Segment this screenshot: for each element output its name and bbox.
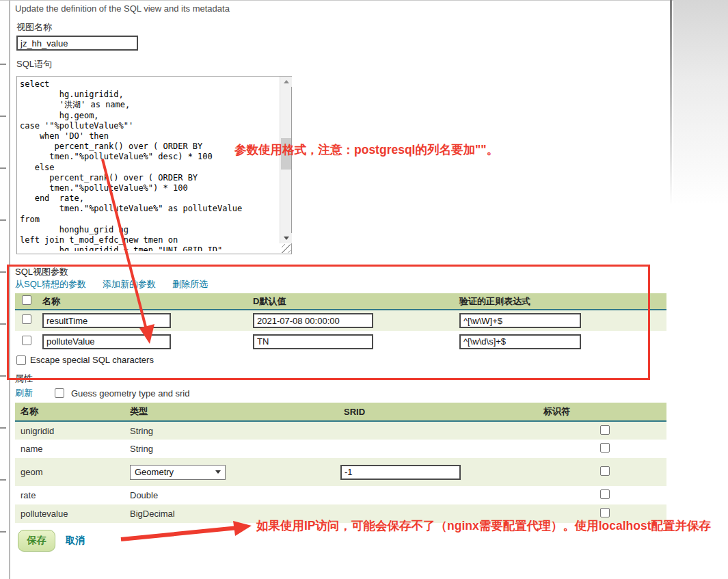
scroll-up-icon[interactable] [280, 77, 292, 87]
identifier-checkbox[interactable] [600, 466, 610, 476]
attributes-table: 名称 类型 SRID 标识符 unigridid String name Str… [15, 403, 666, 523]
param-regex-input[interactable] [459, 334, 581, 349]
attr-name: name [15, 440, 130, 458]
param-row [15, 310, 666, 331]
params-header-name: 名称 [42, 293, 253, 310]
guess-params-link[interactable]: 从SQL猜想的参数 [15, 278, 86, 291]
chevron-down-icon [215, 470, 221, 474]
sql-scrollbar[interactable] [280, 77, 291, 243]
escape-sql-row: Escape special SQL characters [16, 355, 154, 365]
attr-name: unigridid [15, 421, 130, 440]
identifier-checkbox[interactable] [600, 489, 610, 499]
params-section-title: SQL视图参数 [15, 266, 68, 278]
identifier-checkbox[interactable] [600, 425, 610, 435]
annotation-arrow-right [121, 521, 252, 539]
param-name-input[interactable] [42, 334, 171, 349]
sql-statement-textarea[interactable]: select hg.unigridid, '洪湖' as name, hg.ge… [16, 76, 292, 254]
row-checkbox[interactable] [22, 336, 31, 345]
params-header-row: 名称 D默认值 验证的正则表达式 [15, 293, 666, 310]
row-checkbox[interactable] [22, 314, 31, 324]
identifier-checkbox[interactable] [600, 443, 610, 453]
page-top-border [0, 0, 728, 1]
attribute-row: rate Double [15, 486, 666, 504]
attr-name: rate [15, 486, 130, 504]
content-right-edge [670, 0, 672, 219]
view-name-input[interactable] [16, 36, 138, 51]
attr-header-name: 名称 [15, 403, 130, 421]
geom-type-selected: Geometry [135, 467, 174, 477]
select-all-checkbox[interactable] [22, 295, 31, 305]
refresh-link[interactable]: 刷新 [15, 387, 33, 399]
params-header-default: D默认值 [253, 293, 459, 310]
attr-header-identifier: 标识符 [543, 403, 666, 421]
escape-sql-checkbox[interactable] [16, 355, 26, 365]
attr-type: String [130, 421, 328, 440]
params-table: 名称 D默认值 验证的正则表达式 [15, 293, 666, 352]
attr-type: Double [130, 486, 328, 504]
sql-label: SQL语句 [16, 58, 52, 70]
attributes-section-title: 属性 [15, 373, 33, 385]
scrollbar-thumb[interactable] [281, 138, 291, 170]
save-button[interactable]: 保存 [18, 530, 55, 552]
remove-selected-link[interactable]: 删除所选 [172, 278, 208, 291]
attr-name: pollutevalue [15, 504, 130, 523]
attr-type: BigDecimal [130, 504, 328, 523]
sidebar-divider [9, 0, 10, 579]
attribute-row: name String [15, 440, 666, 458]
attribute-row: geom Geometry [15, 458, 666, 486]
param-default-input[interactable] [253, 334, 373, 349]
cancel-link[interactable]: 取消 [66, 535, 85, 547]
param-default-input[interactable] [253, 313, 373, 328]
params-links: 从SQL猜想的参数 添加新的参数 删除所选 [15, 278, 208, 291]
escape-sql-label: Escape special SQL characters [30, 355, 154, 365]
attr-name: geom [15, 458, 130, 486]
scroll-down-icon[interactable] [280, 233, 292, 243]
identifier-checkbox[interactable] [600, 508, 610, 517]
resize-grip-icon[interactable] [282, 244, 291, 253]
sql-code-text: select hg.unigridid, '洪湖' as name, hg.ge… [20, 79, 278, 251]
srid-input[interactable] [340, 465, 461, 480]
add-param-link[interactable]: 添加新的参数 [103, 278, 156, 291]
attributes-header-row: 名称 类型 SRID 标识符 [15, 403, 666, 421]
page-right-gradient [673, 0, 728, 579]
page-subtitle: Update the definition of the SQL view an… [15, 3, 230, 14]
attr-header-srid: SRID [328, 403, 543, 421]
param-regex-input[interactable] [459, 313, 581, 328]
param-row [15, 331, 666, 352]
guess-geometry-label: Guess geometry type and srid [71, 388, 189, 399]
guess-geometry-checkbox[interactable] [55, 388, 64, 398]
param-name-input[interactable] [42, 313, 171, 328]
attributes-controls: 刷新 Guess geometry type and srid [15, 387, 189, 399]
sidebar-tick-marks [0, 64, 6, 543]
attr-header-type: 类型 [130, 403, 328, 421]
params-header-regex: 验证的正则表达式 [459, 293, 666, 310]
attr-type: String [130, 440, 328, 458]
attribute-row: unigridid String [15, 421, 666, 440]
attribute-row: pollutevalue BigDecimal [15, 504, 666, 523]
geom-type-select[interactable]: Geometry [130, 465, 226, 480]
view-name-label: 视图名称 [16, 21, 52, 33]
